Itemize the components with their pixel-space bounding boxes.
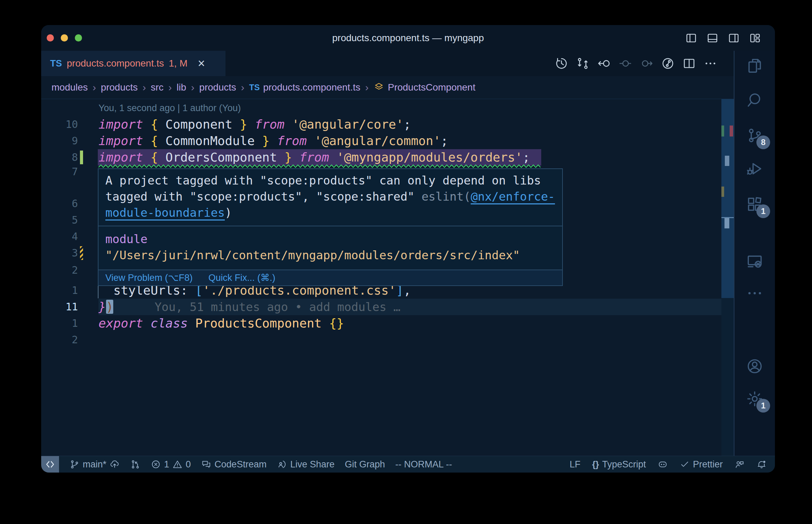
rule-link[interactable]: module-boundaries (105, 206, 225, 219)
chevron-right-icon: › (191, 82, 195, 93)
breadcrumb-label: products (101, 82, 138, 93)
quick-fix-action[interactable]: Quick Fix... (⌘.) (208, 272, 275, 283)
module-keyword: module (105, 231, 555, 247)
line-number: 9 (41, 133, 78, 149)
line-number: 2 (41, 332, 78, 348)
activity-extensions[interactable]: 1 (734, 195, 775, 213)
breadcrumb-item-productscomponent[interactable]: ProductsComponent (373, 82, 475, 93)
eol-status[interactable]: LF (570, 459, 581, 470)
live-share-status[interactable]: Live Share (277, 459, 335, 470)
language-status[interactable]: {}TypeScript (592, 459, 646, 470)
tab-bar: TS products.component.ts 1, M × (41, 51, 734, 76)
notifications-status[interactable] (756, 459, 767, 469)
breadcrumb-item-lib[interactable]: lib (177, 82, 186, 93)
more-actions-icon[interactable] (704, 57, 717, 70)
git-branch-icon (69, 459, 80, 469)
activity-badge: 8 (756, 135, 770, 149)
remote-icon (45, 459, 55, 469)
line-number: 5 (41, 212, 78, 228)
status-bar-right: LF{}TypeScriptPrettier (570, 456, 775, 473)
commit-graph-icon[interactable] (661, 57, 675, 70)
breadcrumb-item-products-component-ts[interactable]: TSproducts.component.ts (249, 82, 360, 93)
activity-source-control[interactable]: 8 (734, 127, 775, 144)
comment-discussion-icon (201, 459, 211, 469)
ts-file-icon: TS (50, 58, 62, 69)
eslint-source: eslint( (421, 190, 471, 203)
activity-run-debug[interactable] (734, 160, 775, 178)
warning-triangle-icon (172, 459, 183, 469)
run-debug-icon (746, 160, 764, 178)
back-arrow-icon[interactable] (597, 57, 611, 70)
line-number: 1 (41, 315, 78, 332)
ruler-selection-mark (725, 156, 729, 166)
breadcrumb-item-src[interactable]: src (151, 82, 163, 93)
code-line[interactable]: 9import { CommonModule } from '@angular/… (41, 133, 721, 149)
close-tab-icon[interactable]: × (198, 57, 205, 70)
ruler-added-mark (721, 126, 724, 136)
remote-indicator[interactable] (41, 456, 59, 473)
activity-explorer[interactable] (734, 57, 775, 75)
commit-graph-status[interactable] (130, 459, 140, 469)
status-label: CodeStream (214, 459, 267, 470)
status-label: Prettier (693, 459, 723, 470)
code-line[interactable]: 8import { OrdersComponent } from '@mynga… (41, 149, 721, 166)
layout-sidebar-left-icon[interactable] (685, 32, 697, 44)
prev-change-icon[interactable] (618, 57, 632, 70)
activity-account[interactable] (734, 357, 775, 375)
blame-lens-row[interactable]: You, 1 second ago | 1 author (You) (41, 100, 721, 116)
code-line[interactable]: 2 (41, 332, 721, 348)
inline-blame: You, 51 minutes ago • add modules … (154, 300, 400, 314)
chevron-right-icon: › (93, 82, 96, 93)
activity-settings[interactable]: 1 (734, 390, 775, 408)
activity-badge: 1 (756, 204, 770, 218)
code-line[interactable]: 1export class ProductsComponent {} (41, 315, 721, 332)
code-line[interactable]: 10import { Component } from '@angular/co… (41, 116, 721, 133)
breadcrumb-item-products[interactable]: products (101, 82, 138, 93)
copilot-status[interactable] (658, 459, 668, 469)
chevron-right-icon: › (169, 82, 172, 93)
problems-status[interactable]: 10 (151, 459, 191, 470)
code-line[interactable]: 11})You, 51 minutes ago • add modules … (41, 299, 721, 315)
breadcrumb-item-products[interactable]: products (199, 82, 236, 93)
history-icon[interactable] (555, 57, 568, 70)
activity-search[interactable] (734, 91, 775, 109)
scrollbar[interactable] (721, 99, 734, 456)
branch-status[interactable]: main* (69, 459, 120, 470)
editor[interactable]: You, 1 second ago | 1 author (You)10impo… (41, 99, 734, 456)
gutter-modified-indicator (80, 246, 83, 260)
split-editor-icon[interactable] (682, 57, 696, 70)
codestream-status[interactable]: CodeStream (201, 459, 267, 470)
prettier-status[interactable]: Prettier (680, 459, 723, 470)
git-graph-status[interactable]: Git Graph (345, 459, 385, 470)
ts-file-icon: TS (249, 83, 260, 92)
status-label: TypeScript (602, 459, 646, 470)
class-icon (373, 82, 384, 93)
problem-message-line: module-boundaries) (105, 205, 555, 221)
problem-message-line: tagged with "scope:products", "scope:sha… (105, 189, 555, 205)
cloud-upload-icon (109, 459, 120, 469)
layout-sidebar-right-icon[interactable] (728, 32, 740, 44)
breadcrumb-label: src (151, 82, 163, 93)
status-label: 1 (164, 459, 169, 470)
vim-mode-status[interactable]: -- NORMAL -- (395, 459, 452, 470)
view-problem-action[interactable]: View Problem (⌥F8) (105, 272, 193, 283)
activity-remote-explorer[interactable] (734, 253, 775, 271)
activity-more[interactable] (734, 284, 775, 302)
live-share-icon (277, 459, 287, 469)
line-number: 3 (41, 245, 78, 261)
rule-link[interactable]: @nx/enforce- (471, 190, 555, 203)
feedback-status[interactable] (734, 459, 745, 469)
status-label: Live Share (290, 459, 335, 470)
tab-products-component[interactable]: TS products.component.ts 1, M × (41, 51, 225, 76)
git-blame-lens[interactable]: You, 1 second ago | 1 author (You) (98, 100, 241, 116)
next-change-icon[interactable] (640, 57, 653, 70)
breadcrumb-item-modules[interactable]: modules (51, 82, 88, 93)
git-compare-icon[interactable] (576, 57, 590, 70)
activity-badge: 1 (756, 399, 770, 413)
layout-panel-icon[interactable] (706, 32, 719, 44)
code-text: import { CommonModule } from '@angular/c… (98, 133, 448, 149)
copilot-icon (658, 459, 668, 469)
commit-node-icon (130, 459, 140, 469)
gutter-added-indicator (80, 151, 83, 164)
customize-layout-icon[interactable] (749, 32, 761, 44)
